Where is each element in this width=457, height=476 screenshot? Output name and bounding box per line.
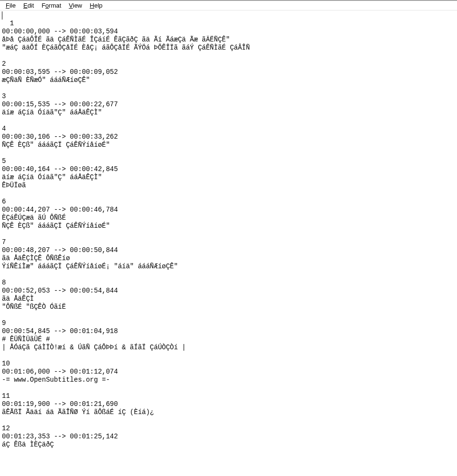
menu-help[interactable]: Help (86, 1, 107, 10)
menu-bar: File Edit Format View Help (0, 1, 457, 10)
menu-format-post: rmat (49, 2, 61, 9)
menu-view-post: iew (73, 2, 82, 9)
menu-view[interactable]: View (65, 1, 86, 10)
menu-format[interactable]: Format (38, 1, 65, 10)
menu-file-post: ile (10, 2, 16, 9)
menu-file[interactable]: File (2, 1, 20, 10)
menu-edit-post: dit (28, 2, 34, 9)
menu-edit-accel: E (23, 2, 28, 9)
menu-format-accel: o (45, 2, 49, 9)
menu-help-post: elp (94, 2, 102, 9)
text-caret (2, 11, 2, 20)
menu-view-accel: V (69, 2, 73, 9)
menu-edit[interactable]: Edit (20, 1, 38, 10)
menu-help-accel: H (90, 2, 94, 9)
editor-text: 1 00:00:00,000 --> 00:00:03,594 åÞå ÇáäÔ… (2, 20, 250, 448)
text-editor-area[interactable]: 1 00:00:00,000 --> 00:00:03,594 åÞå ÇáäÔ… (0, 10, 457, 476)
menu-file-accel: F (6, 2, 10, 9)
